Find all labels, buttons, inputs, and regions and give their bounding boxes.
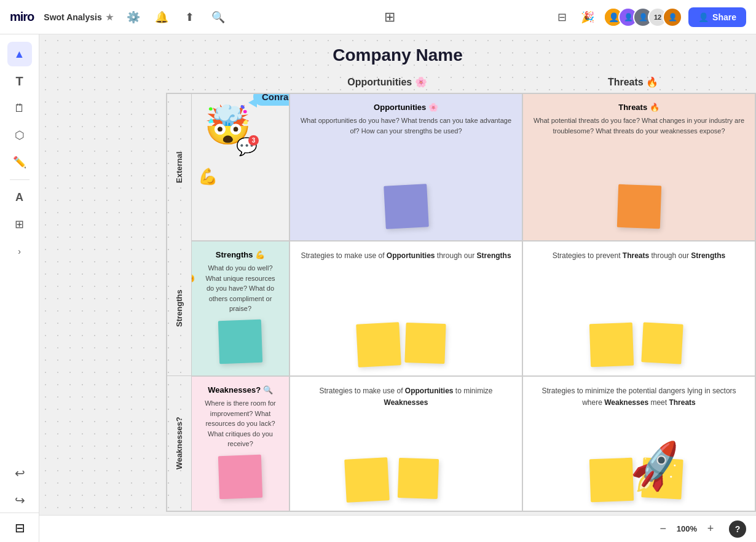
zoom-in-button[interactable]: + xyxy=(702,520,719,538)
avatar-group: 👤 👤 👤 12 👤 xyxy=(604,7,682,27)
rocket-emoji: 🚀 xyxy=(625,438,687,497)
cell-threats: Threats 🔥 What potential threats do you … xyxy=(522,93,755,241)
star-icon[interactable]: ★ xyxy=(106,12,114,22)
threats-desc: What potential threats do you face? What… xyxy=(533,116,745,136)
text-tool[interactable]: T xyxy=(7,69,32,93)
col-header-opportunities: Opportunities 🌸 xyxy=(264,71,510,93)
cell-strengths: 💪 Strengths 💪 What do you do well? What … xyxy=(191,241,289,376)
sticky-orange[interactable] xyxy=(616,184,661,229)
undo-icon[interactable]: ↩ xyxy=(7,461,32,485)
board-main-title: Company Name xyxy=(39,34,756,71)
share-icon: 👤 xyxy=(698,12,709,22)
sticky-yellow-so-2[interactable] xyxy=(405,323,446,364)
col-headers: Opportunities 🌸 Threats 🔥 xyxy=(166,71,756,93)
sticky-yellow-st-2[interactable] xyxy=(642,322,683,364)
sticky-yellow-wo-2[interactable] xyxy=(397,458,438,499)
sticky-note-tool[interactable]: 🗒 xyxy=(7,96,32,120)
help-button[interactable]: ? xyxy=(729,520,746,538)
cursor-tool[interactable]: ▲ xyxy=(7,42,32,66)
thumbs-icon: 💪 xyxy=(198,167,218,186)
so-strategy: Strategies to make use of Opportunities … xyxy=(300,250,512,262)
apps-icon[interactable]: ⊞ xyxy=(380,7,400,27)
more-tools[interactable]: › xyxy=(7,239,32,264)
zoom-level: 100% xyxy=(677,524,697,533)
pen-tool[interactable]: ✏️ xyxy=(7,150,32,175)
weaknesses-title: Weaknesses? 🔍 xyxy=(202,385,279,395)
st-strategy: Strategies to prevent Threats through ou… xyxy=(533,250,745,262)
opportunities-title: Opportunities 🌸 xyxy=(300,103,512,112)
cell-blank-top: Conrad 🤯 💬 3 💪 xyxy=(191,93,289,241)
sidebar-bottom: ↩ ↪ xyxy=(0,461,39,513)
strengths-title: Strengths 💪 xyxy=(202,250,279,259)
row-label-weaknesses: Weaknesses? xyxy=(167,376,191,511)
opportunities-desc: What opportunities do you have? What tre… xyxy=(300,116,512,136)
topbar-left: miro Swot Analysis ★ ⚙️ 🔔 ⬆ 🔍 xyxy=(10,7,228,27)
thumbs-up-side: 💪 xyxy=(191,266,197,283)
board-title-text: Swot Analysis xyxy=(44,12,101,22)
col-header-threats: Threats 🔥 xyxy=(510,71,756,93)
share-button[interactable]: 👤 Share xyxy=(688,7,746,27)
strengths-desc: What do you do well? What unique resourc… xyxy=(202,263,279,314)
threats-title: Threats 🔥 xyxy=(533,103,745,112)
upload-icon[interactable]: ⬆ xyxy=(180,7,200,27)
chat-wrapper: 💬 3 xyxy=(236,136,258,157)
share-label: Share xyxy=(712,12,736,22)
cell-wo: Strategies to make use of Opportunities … xyxy=(289,376,522,511)
search-icon[interactable]: 🔍 xyxy=(208,7,228,27)
canvas: Company Name Opportunities 🌸 Threats 🔥 E… xyxy=(39,34,756,542)
cursor-area: Conrad 🤯 💬 3 xyxy=(204,100,251,144)
sticky-yellow-wo-1[interactable] xyxy=(344,457,390,503)
row-label-strengths: Strengths xyxy=(167,241,191,376)
frame-tool[interactable]: ⊞ xyxy=(7,212,32,237)
wo-strategy: Strategies to make use of Opportunities … xyxy=(300,385,512,409)
row-label-external: External xyxy=(167,93,191,241)
sticky-blue[interactable] xyxy=(384,184,429,229)
zoom-out-button[interactable]: − xyxy=(655,520,672,538)
sticky-yellow-st-1[interactable] xyxy=(589,323,634,367)
chat-badge: 3 xyxy=(248,135,259,146)
bubble-pointer xyxy=(248,98,257,108)
topbar-icons: ⚙️ 🔔 ⬆ 🔍 xyxy=(124,7,228,27)
cell-weaknesses: Weaknesses? 🔍 Where is there room for im… xyxy=(191,376,289,511)
wt-strategy: Strategies to minimize the potential dan… xyxy=(533,385,745,409)
weaknesses-desc: Where is there room for improvement? Wha… xyxy=(202,398,279,449)
notifications-icon[interactable]: 🔔 xyxy=(152,7,171,27)
topbar: miro Swot Analysis ★ ⚙️ 🔔 ⬆ 🔍 ⊞ ⊟ 🎉 👤 👤 … xyxy=(0,0,756,34)
sticky-pink[interactable] xyxy=(218,455,262,499)
cell-st: Strategies to prevent Threats through ou… xyxy=(522,241,755,376)
sticky-yellow-so-1[interactable] xyxy=(356,322,401,367)
shapes-tool[interactable]: ⬡ xyxy=(7,123,32,147)
redo-icon[interactable]: ↪ xyxy=(7,488,32,513)
left-sidebar: ▲ T 🗒 ⬡ ✏️ A ⊞ › ↩ ↪ ⊟ xyxy=(0,34,39,542)
avatar-4: 👤 xyxy=(663,7,682,27)
speech-bubble: Conrad xyxy=(253,93,289,106)
panel-toggle[interactable]: ⊟ xyxy=(0,513,39,542)
miro-logo: miro xyxy=(10,10,34,24)
cell-so: Strategies to make use of Opportunities … xyxy=(289,241,522,376)
text-style-tool[interactable]: A xyxy=(7,185,32,210)
settings-icon[interactable]: ⚙️ xyxy=(124,7,143,27)
sticky-teal[interactable] xyxy=(218,320,262,364)
topbar-center: ⊞ xyxy=(380,7,400,27)
bottom-bar: − 100% + ? xyxy=(39,515,756,542)
topbar-right: ⊟ 🎉 👤 👤 👤 12 👤 👤 Share xyxy=(552,7,746,27)
filter-icon[interactable]: ⊟ xyxy=(552,7,572,27)
sticky-yellow-wt-1[interactable] xyxy=(589,458,634,502)
party-icon[interactable]: 🎉 xyxy=(578,7,597,27)
cell-opportunities: Opportunities 🌸 What opportunities do yo… xyxy=(289,93,522,241)
board-title: Swot Analysis ★ xyxy=(44,12,113,22)
